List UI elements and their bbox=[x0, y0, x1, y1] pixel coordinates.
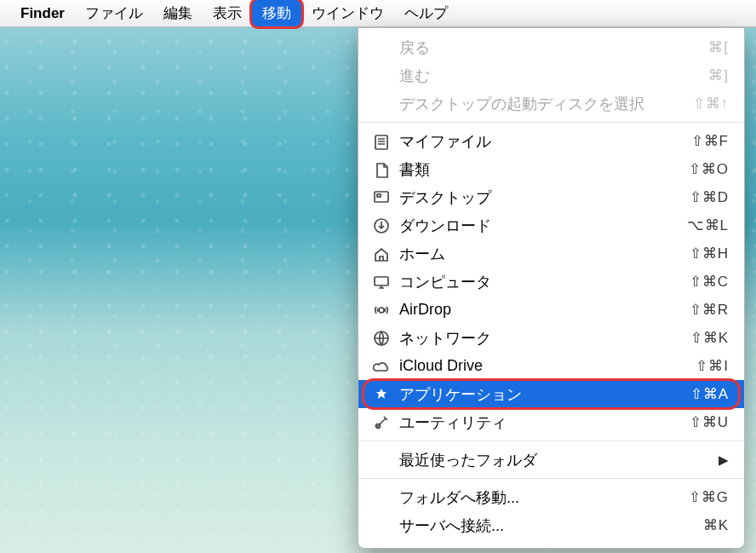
menu-item-label: ダウンロード bbox=[399, 216, 687, 236]
menu-item-label: デスクトップ bbox=[399, 187, 690, 208]
menu-item-label: ホーム bbox=[399, 244, 690, 264]
menu-item[interactable]: ユーティリティ⇧⌘U bbox=[358, 408, 744, 436]
menu-item-label: コンピュータ bbox=[399, 272, 690, 292]
menu-item-shortcut: ⇧⌘O bbox=[689, 160, 729, 178]
menubar-item-0[interactable]: ファイル bbox=[75, 0, 153, 26]
menu-item-shortcut: ⌥⌘L bbox=[687, 216, 729, 234]
menu-item-label: サーバへ接続... bbox=[399, 516, 703, 536]
blank-icon bbox=[370, 67, 392, 84]
menubar: Finder ファイル編集表示移動ウインドウヘルプ bbox=[0, 0, 756, 27]
menu-item[interactable]: アプリケーション⇧⌘A bbox=[358, 380, 744, 408]
menu-item-shortcut: ⌘K bbox=[703, 516, 729, 534]
menu-item[interactable]: 書類⇧⌘O bbox=[358, 155, 744, 183]
blank-icon bbox=[370, 517, 392, 534]
menu-item-label: AirDrop bbox=[399, 301, 690, 319]
doc-icon bbox=[370, 161, 392, 178]
menu-item[interactable]: コンピュータ⇧⌘C bbox=[358, 268, 744, 296]
menu-item-label: マイファイル bbox=[399, 131, 691, 152]
menu-item: 戻る⌘[ bbox=[358, 33, 744, 61]
menubar-item-4[interactable]: ウインドウ bbox=[301, 0, 394, 26]
menu-item-label: 戻る bbox=[399, 37, 708, 58]
menu-item-shortcut: ⇧⌘G bbox=[689, 488, 729, 506]
blank-icon bbox=[370, 95, 392, 112]
menubar-app-name[interactable]: Finder bbox=[20, 5, 65, 22]
desktop-icon bbox=[370, 189, 392, 206]
go-menu-dropdown: 戻る⌘[進む⌘]デスクトップの起動ディスクを選択⇧⌘↑マイファイル⇧⌘F書類⇧⌘… bbox=[358, 27, 745, 549]
menu-item-shortcut: ⇧⌘K bbox=[690, 329, 729, 347]
menu-item-label: 進む bbox=[399, 66, 708, 86]
menu-item[interactable]: マイファイル⇧⌘F bbox=[358, 127, 744, 155]
menu-item[interactable]: 最近使ったフォルダ▶ bbox=[358, 446, 744, 474]
menu-item-label: 最近使ったフォルダ bbox=[399, 450, 719, 470]
blank-icon bbox=[370, 39, 392, 56]
menu-item-label: 書類 bbox=[399, 159, 689, 180]
menu-separator bbox=[358, 122, 744, 123]
menu-item-shortcut: ⇧⌘A bbox=[690, 385, 729, 403]
menu-separator bbox=[358, 441, 744, 441]
airdrop-icon bbox=[370, 302, 392, 319]
menu-item-shortcut: ⌘[ bbox=[708, 38, 729, 56]
menu-item-shortcut: ⇧⌘↑ bbox=[693, 95, 730, 112]
menu-item-label: iCloud Drive bbox=[399, 357, 696, 375]
menu-item[interactable]: デスクトップ⇧⌘D bbox=[358, 183, 744, 211]
menu-item[interactable]: ホーム⇧⌘H bbox=[358, 239, 744, 268]
apps-icon bbox=[370, 386, 392, 403]
menu-item-shortcut: ⇧⌘R bbox=[690, 301, 729, 319]
menu-item-shortcut: ⇧⌘U bbox=[690, 413, 729, 431]
menu-item[interactable]: ネットワーク⇧⌘K bbox=[358, 324, 744, 352]
menubar-item-1[interactable]: 編集 bbox=[153, 0, 203, 26]
menubar-item-2[interactable]: 表示 bbox=[203, 0, 252, 26]
menu-item[interactable]: サーバへ接続...⌘K bbox=[358, 511, 744, 539]
menu-item-label: ネットワーク bbox=[399, 328, 690, 349]
menu-item: デスクトップの起動ディスクを選択⇧⌘↑ bbox=[358, 89, 744, 118]
menu-item[interactable]: フォルダへ移動...⇧⌘G bbox=[358, 483, 744, 511]
menu-separator bbox=[358, 478, 744, 479]
home-icon bbox=[370, 245, 392, 262]
network-icon bbox=[370, 330, 392, 347]
menu-item-shortcut: ⇧⌘I bbox=[696, 357, 729, 375]
blank-icon bbox=[370, 489, 392, 506]
menu-item[interactable]: AirDrop⇧⌘R bbox=[358, 296, 744, 324]
menu-item[interactable]: ダウンロード⌥⌘L bbox=[358, 211, 744, 239]
menu-item-shortcut: ⇧⌘C bbox=[690, 273, 729, 291]
menu-item-label: デスクトップの起動ディスクを選択 bbox=[399, 94, 693, 114]
menu-item-label: ユーティリティ bbox=[399, 412, 690, 433]
menu-item-shortcut: ⇧⌘D bbox=[690, 188, 729, 206]
cloud-icon bbox=[370, 358, 392, 375]
util-icon bbox=[370, 414, 392, 431]
menu-item-label: アプリケーション bbox=[399, 384, 690, 405]
menu-item[interactable]: iCloud Drive⇧⌘I bbox=[358, 352, 744, 380]
submenu-arrow-icon: ▶ bbox=[719, 452, 729, 468]
file-icon bbox=[370, 133, 392, 150]
menu-item-shortcut: ⌘] bbox=[708, 66, 729, 84]
download-icon bbox=[370, 217, 392, 234]
menubar-item-3[interactable]: 移動 bbox=[252, 0, 301, 26]
computer-icon bbox=[370, 274, 392, 291]
menu-item: 進む⌘] bbox=[358, 61, 744, 89]
menubar-item-5[interactable]: ヘルプ bbox=[394, 0, 458, 26]
menu-item-shortcut: ⇧⌘H bbox=[690, 245, 729, 262]
menu-item-label: フォルダへ移動... bbox=[399, 487, 689, 508]
menu-item-shortcut: ⇧⌘F bbox=[691, 132, 729, 150]
blank-icon bbox=[370, 452, 392, 469]
